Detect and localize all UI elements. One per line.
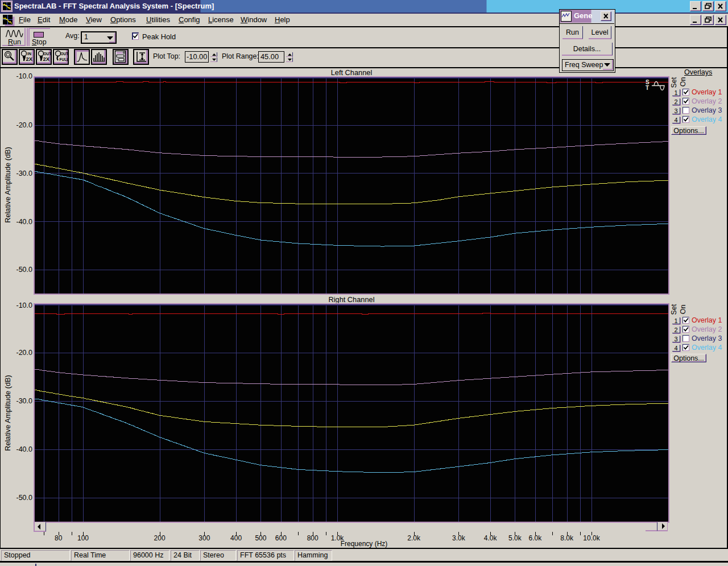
- svg-text:-40.0: -40.0: [16, 445, 33, 453]
- svg-text:Frequency (Hz): Frequency (Hz): [341, 540, 388, 548]
- svg-text:-40.0: -40.0: [16, 218, 33, 226]
- svg-text:Relative Amplitude (dB): Relative Amplitude (dB): [3, 375, 12, 451]
- svg-text:Relative Amplitude (dB): Relative Amplitude (dB): [3, 147, 12, 223]
- svg-text:400: 400: [230, 534, 242, 542]
- svg-text:500: 500: [255, 534, 266, 542]
- svg-text:-50.0: -50.0: [16, 494, 33, 502]
- svg-text:-10.0: -10.0: [16, 72, 33, 80]
- svg-text:6.0k: 6.0k: [528, 534, 542, 542]
- svg-text:100: 100: [77, 534, 89, 542]
- svg-text:800: 800: [307, 534, 318, 542]
- svg-text:200: 200: [154, 534, 166, 542]
- svg-text:-30.0: -30.0: [16, 170, 33, 177]
- svg-text:8.0k: 8.0k: [560, 534, 574, 542]
- svg-text:80: 80: [55, 534, 63, 542]
- svg-text:Set: Set: [670, 77, 678, 88]
- svg-text:-20.0: -20.0: [16, 121, 33, 129]
- svg-text:-20.0: -20.0: [16, 349, 33, 357]
- svg-text:-10.0: -10.0: [16, 301, 33, 309]
- svg-text:-30.0: -30.0: [16, 397, 33, 405]
- svg-text:5.0k: 5.0k: [508, 534, 522, 542]
- svg-text:2.0k: 2.0k: [407, 534, 421, 542]
- svg-text:On: On: [679, 305, 687, 315]
- svg-text:On: On: [679, 77, 687, 87]
- svg-text:600: 600: [275, 534, 287, 542]
- svg-text:3.0k: 3.0k: [452, 534, 466, 542]
- svg-text:4.0k: 4.0k: [484, 534, 498, 542]
- svg-text:10.0k: 10.0k: [583, 534, 600, 542]
- svg-text:Set: Set: [670, 304, 678, 315]
- svg-text:T: T: [646, 85, 649, 91]
- svg-text:300: 300: [198, 534, 210, 542]
- svg-text:-50.0: -50.0: [16, 266, 33, 274]
